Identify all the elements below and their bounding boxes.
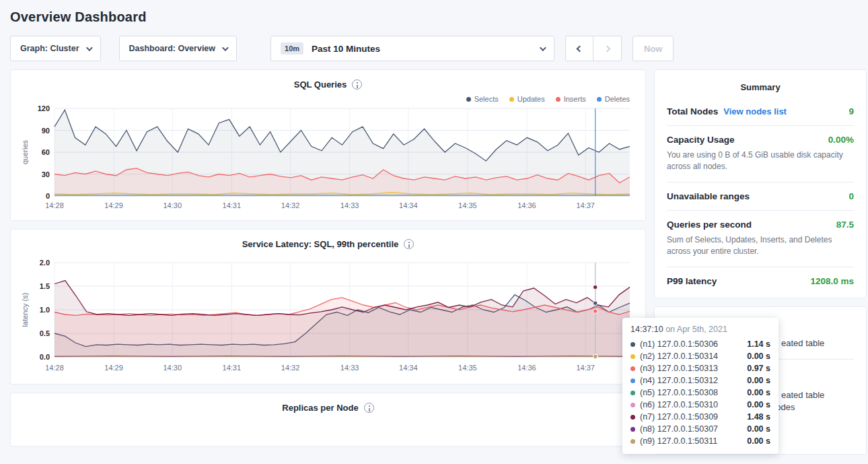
svg-text:14:28: 14:28 [45, 201, 64, 209]
queries-per-second-value: 87.5 [836, 220, 854, 230]
time-range-selector[interactable]: 10m Past 10 Minutes [270, 36, 554, 61]
tooltip-node-row: (n2) 127.0.0.1:50314 0.00 s [630, 350, 770, 362]
svg-text:0.0: 0.0 [40, 353, 50, 361]
node-latency-value: 1.48 s [747, 412, 770, 422]
node-color-dot [630, 366, 635, 371]
chart-title-row: SQL Queries [21, 78, 635, 90]
svg-text:14:35: 14:35 [458, 364, 477, 372]
chevron-down-icon [222, 44, 229, 51]
node-latency-value: 0.00 s [747, 400, 770, 409]
node-address: (n2) 127.0.0.1:50314 [640, 352, 718, 361]
tooltip-node-row: (n4) 127.0.0.1:50312 0.00 s [630, 374, 770, 387]
tooltip-date: on Apr 5th, 2021 [665, 325, 727, 334]
node-color-dot [630, 378, 635, 383]
info-icon[interactable] [352, 79, 362, 90]
svg-text:14:30: 14:30 [164, 201, 182, 209]
legend-label: Deletes [605, 95, 630, 103]
svg-text:14:34: 14:34 [399, 364, 418, 372]
svg-text:1.5: 1.5 [40, 282, 50, 290]
tooltip-node-row: (n7) 127.0.0.1:50309 1.48 s [630, 411, 770, 423]
unavailable-ranges-value: 0 [848, 191, 854, 201]
total-nodes-label: Total Nodes [667, 106, 718, 117]
legend-item[interactable]: Inserts [556, 94, 586, 104]
svg-text:14:32: 14:32 [281, 364, 300, 372]
node-latency-value: 0.00 s [747, 424, 770, 434]
prev-range-button[interactable] [565, 36, 593, 61]
tooltip-node-row: (n3) 127.0.0.1:50313 0.97 s [630, 362, 770, 374]
legend-color-dot [597, 97, 602, 102]
svg-text:14:37: 14:37 [576, 364, 595, 372]
node-address: (n5) 127.0.0.1:50308 [640, 388, 718, 397]
node-color-dot [630, 391, 635, 395]
summary-panel: Summary Total Nodes View nodes list 9 Ca… [654, 69, 867, 298]
time-step-buttons [565, 36, 622, 61]
legend-item[interactable]: Deletes [597, 94, 630, 104]
svg-text:14:31: 14:31 [223, 364, 242, 372]
svg-text:14:29: 14:29 [104, 201, 123, 209]
chart-legend: SelectsUpdatesInsertsDeletes [21, 90, 635, 104]
replicas-per-node-card: Replicas per Node [10, 393, 646, 446]
svg-text:14:32: 14:32 [281, 201, 300, 209]
p99-latency-label: P99 latency [667, 276, 717, 286]
capacity-usage-label: Capacity Usage [667, 135, 735, 145]
queries-per-second-description: Sum of Selects, Updates, Inserts, and De… [667, 234, 854, 258]
service-latency-chart[interactable]: 14:2814:2914:3014:3114:3214:3314:3414:35… [21, 255, 637, 376]
queries-per-second-row: Queries per second 87.5 Sum of Selects, … [667, 211, 854, 267]
node-latency-value: 0.97 s [747, 364, 770, 373]
info-icon[interactable] [364, 403, 374, 413]
svg-text:latency (s): latency (s) [21, 293, 29, 327]
chevron-down-icon [540, 44, 546, 51]
service-latency-card: Service Latency: SQL, 99th percentile 14… [10, 229, 646, 385]
node-color-dot [630, 342, 635, 347]
node-latency-value: 0.00 s [747, 388, 770, 397]
now-button[interactable]: Now [632, 36, 674, 61]
next-range-button[interactable] [593, 36, 622, 61]
legend-color-dot [556, 97, 560, 102]
svg-text:14:33: 14:33 [340, 201, 359, 209]
time-range-badge: 10m [281, 42, 303, 55]
node-address: (n1) 127.0.0.1:50306 [640, 339, 718, 349]
legend-item[interactable]: Selects [466, 94, 499, 104]
node-address: (n3) 127.0.0.1:50313 [640, 364, 718, 373]
sql-queries-chart[interactable]: 14:2814:2914:3014:3114:3214:3314:3414:35… [21, 104, 637, 212]
chevron-right-icon [604, 45, 611, 52]
node-latency-value: 0.00 s [747, 352, 770, 361]
node-address: (n8) 127.0.0.1:50307 [640, 424, 718, 434]
svg-text:14:31: 14:31 [223, 201, 242, 209]
tooltip-node-row: (n1) 127.0.0.1:50306 1.14 s [630, 338, 770, 350]
capacity-usage-value: 0.00% [828, 135, 854, 145]
svg-text:90: 90 [42, 127, 50, 135]
charts-column: SQL Queries SelectsUpdatesInsertsDeletes… [10, 69, 646, 446]
dashboard-dropdown[interactable]: Dashboard: Overview [119, 36, 238, 61]
graph-dropdown[interactable]: Graph: Cluster [10, 36, 101, 61]
svg-text:2.0: 2.0 [40, 259, 50, 267]
svg-text:14:33: 14:33 [340, 364, 359, 372]
legend-color-dot [509, 97, 514, 102]
svg-text:0: 0 [46, 192, 50, 200]
svg-text:14:28: 14:28 [45, 364, 64, 372]
chart-title: SQL Queries [294, 79, 347, 90]
controls-bar: Graph: Cluster Dashboard: Overview 10m P… [10, 36, 858, 61]
legend-label: Updates [517, 95, 545, 103]
p99-latency-value: 1208.0 ms [810, 276, 854, 286]
node-address: (n4) 127.0.0.1:50312 [640, 376, 718, 385]
view-nodes-list-link[interactable]: View nodes list [723, 106, 787, 117]
svg-text:0.5: 0.5 [40, 329, 50, 337]
svg-text:14:35: 14:35 [458, 201, 477, 209]
tooltip-node-row: (n6) 127.0.0.1:50310 0.00 s [630, 399, 770, 411]
chevron-down-icon [85, 44, 92, 51]
legend-item[interactable]: Updates [509, 94, 545, 104]
node-address: (n6) 127.0.0.1:50310 [640, 400, 718, 409]
tooltip-timestamp: 14:37:10 on Apr 5th, 2021 [630, 325, 770, 334]
svg-text:14:36: 14:36 [517, 364, 536, 372]
tooltip-node-row: (n9) 127.0.0.1:50311 0.00 s [630, 435, 770, 447]
unavailable-ranges-row: Unavailable ranges 0 [667, 183, 854, 211]
time-range-label: Past 10 Minutes [312, 44, 380, 54]
info-icon[interactable] [404, 239, 414, 249]
svg-text:14:36: 14:36 [517, 201, 536, 209]
chart-title-row: Service Latency: SQL, 99th percentile [21, 238, 635, 249]
page-title: Overview Dashboard [10, 9, 858, 25]
node-latency-value: 0.00 s [747, 376, 770, 385]
chart-title: Service Latency: SQL, 99th percentile [242, 239, 399, 249]
chart-tooltip: 14:37:10 on Apr 5th, 2021 (n1) 127.0.0.1… [622, 318, 779, 454]
